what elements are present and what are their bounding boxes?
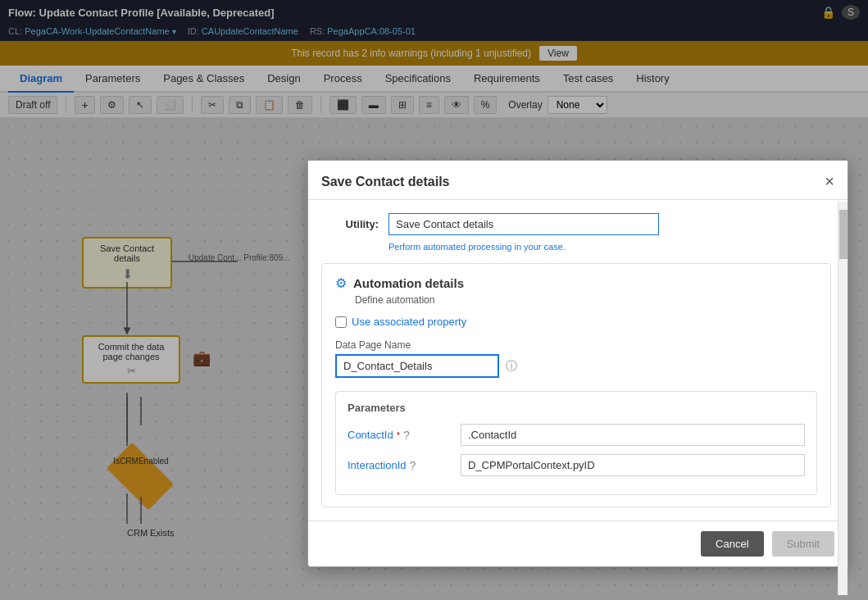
parameters-title: Parameters	[348, 402, 805, 414]
use-associated-property-label: Use associated property	[352, 316, 466, 328]
submit-button[interactable]: Submit	[772, 531, 834, 557]
param-contactid-required: *	[397, 430, 400, 440]
param-contactid-input[interactable]	[461, 424, 805, 446]
param-contactid-name: ContactId * ?	[348, 429, 454, 442]
modal-scrollbar[interactable]	[838, 202, 848, 595]
modal-body: Utility: Perform automated processing in…	[308, 200, 848, 520]
utility-label: Utility:	[321, 213, 379, 230]
data-page-section: Data Page Name ⓘ	[335, 339, 817, 378]
param-interactionid-help-icon[interactable]: ?	[410, 459, 416, 472]
use-associated-property-row: Use associated property	[335, 316, 817, 328]
utility-row: Utility:	[321, 213, 831, 235]
data-page-info-icon[interactable]: ⓘ	[506, 359, 517, 374]
param-interactionid-name: InteractionId ?	[348, 459, 454, 472]
modal-footer: Cancel Submit	[308, 520, 848, 566]
scrollbar-thumb	[839, 210, 848, 259]
automation-gear-icon: ⚙	[335, 275, 347, 291]
param-row-interactionid: InteractionId ?	[348, 454, 805, 476]
data-page-row: ⓘ	[335, 354, 817, 378]
utility-hint: Perform automated processing in your cas…	[389, 242, 831, 252]
parameters-section: Parameters ContactId * ? InteractionId ?	[335, 391, 817, 495]
automation-box: ⚙ Automation details Define automation U…	[321, 263, 831, 507]
data-page-input[interactable]	[335, 354, 499, 378]
save-contact-modal: Save Contact details × Utility: Perform …	[307, 160, 848, 567]
param-interactionid-input[interactable]	[461, 454, 805, 476]
automation-title: Automation details	[353, 276, 464, 290]
modal-close-button[interactable]: ×	[825, 172, 834, 191]
utility-input[interactable]	[389, 213, 659, 235]
cancel-button[interactable]: Cancel	[701, 531, 763, 557]
param-row-contactid: ContactId * ?	[348, 424, 805, 446]
automation-header: ⚙ Automation details	[335, 275, 817, 291]
param-contactid-help-icon[interactable]: ?	[403, 429, 410, 442]
use-associated-property-checkbox[interactable]	[335, 316, 347, 328]
data-page-label: Data Page Name	[335, 339, 817, 351]
automation-subtitle: Define automation	[355, 294, 817, 306]
modal-header: Save Contact details ×	[308, 161, 848, 200]
modal-title: Save Contact details	[321, 175, 450, 189]
